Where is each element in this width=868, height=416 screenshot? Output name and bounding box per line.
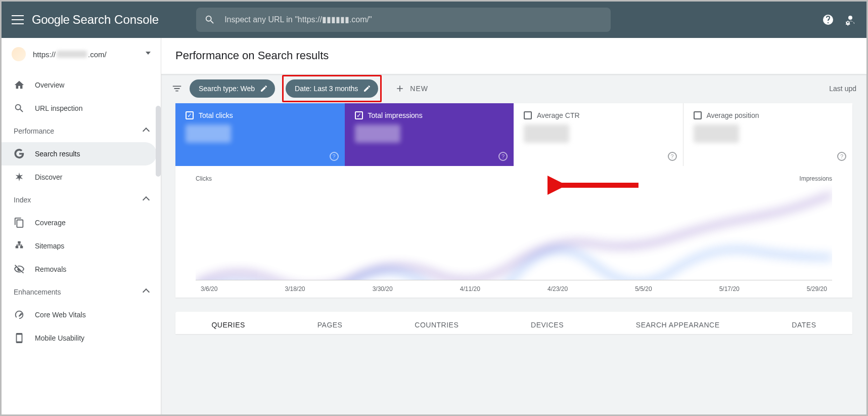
chart-y-right-label: Impressions	[799, 175, 832, 182]
chip-date-range[interactable]: Date: Last 3 months	[286, 79, 378, 98]
metric-average-ctr[interactable]: Average CTR ?	[514, 103, 683, 166]
logo-search-console: Search Console	[72, 13, 159, 27]
add-filter-button[interactable]: NEW	[395, 84, 428, 94]
speed-icon	[14, 309, 25, 320]
logo-google: Google	[32, 13, 69, 27]
main-content: Performance on Search results Search typ…	[161, 38, 866, 414]
sidebar-item-sitemaps[interactable]: Sitemaps	[2, 234, 157, 258]
metric-total-impressions[interactable]: Total impressions ?	[345, 103, 514, 166]
x-tick: 5/17/20	[719, 285, 740, 293]
sidebar-group-label: Enhancements	[14, 288, 61, 296]
property-selector[interactable]: https://.com/	[2, 38, 161, 70]
metric-value-redacted	[186, 124, 231, 143]
chip-label: Search type: Web	[199, 85, 255, 93]
chevron-up-icon	[143, 288, 150, 296]
metric-label: Average position	[707, 111, 759, 119]
tab-dates[interactable]: DATES	[787, 321, 821, 334]
chip-search-type[interactable]: Search type: Web	[190, 79, 275, 98]
smartphone-icon	[14, 332, 25, 344]
sidebar-group-index[interactable]: Index	[2, 189, 161, 211]
sidebar-item-label: Search results	[35, 150, 80, 158]
checkbox-unchecked-icon	[524, 111, 532, 119]
metric-label: Average CTR	[537, 111, 580, 119]
x-tick: 3/30/20	[373, 285, 393, 293]
sidebar-item-label: Discover	[35, 173, 62, 181]
sidebar-item-removals[interactable]: Removals	[2, 258, 157, 281]
chart-lines-blurred	[196, 184, 832, 280]
performance-card: Total clicks ? Total impressions ? Avera…	[175, 103, 852, 298]
x-tick: 5/5/20	[635, 285, 652, 293]
metric-label: Total clicks	[199, 111, 233, 119]
x-tick: 3/18/20	[285, 285, 305, 293]
sidebar-item-label: Coverage	[35, 219, 66, 227]
tab-countries[interactable]: COUNTRIES	[409, 321, 464, 334]
tab-queries[interactable]: QUERIES	[206, 321, 250, 334]
sidebar-group-enhancements[interactable]: Enhancements	[2, 281, 161, 303]
visibility-off-icon	[14, 264, 25, 275]
sidebar-item-search-results[interactable]: Search results	[2, 142, 157, 165]
metric-total-clicks[interactable]: Total clicks ?	[175, 103, 345, 166]
sidebar-group-label: Performance	[14, 127, 54, 135]
asterisk-icon	[14, 172, 25, 183]
chevron-up-icon	[143, 128, 150, 135]
property-url: https://.com/	[33, 50, 146, 59]
chevron-down-icon	[146, 52, 151, 57]
menu-icon[interactable]	[12, 14, 24, 26]
sidebar-item-label: Overview	[35, 81, 64, 89]
help-icon[interactable]	[822, 14, 834, 26]
home-icon	[14, 79, 25, 91]
tab-pages[interactable]: PAGES	[312, 321, 348, 334]
sidebar-item-label: Removals	[35, 265, 66, 273]
help-icon[interactable]: ?	[330, 152, 339, 161]
scrollbar[interactable]	[156, 106, 161, 177]
search-icon	[14, 103, 25, 114]
help-icon[interactable]: ?	[837, 152, 846, 161]
metric-value-redacted	[694, 124, 739, 143]
sidebar-group-performance[interactable]: Performance	[2, 120, 161, 142]
performance-chart[interactable]: 0 0	[196, 184, 832, 280]
sitemap-icon	[14, 240, 25, 252]
chart-x-axis: 3/6/203/18/203/30/204/11/204/23/205/5/20…	[196, 280, 832, 293]
product-logo: Google Search Console	[32, 13, 159, 27]
x-tick: 4/23/20	[547, 285, 568, 293]
filter-icon[interactable]	[171, 83, 182, 94]
filter-bar: Search type: Web Date: Last 3 months NEW…	[161, 74, 866, 103]
sidebar-item-overview[interactable]: Overview	[2, 73, 157, 97]
sidebar-item-label: URL inspection	[35, 104, 82, 112]
checkbox-checked-icon	[186, 111, 194, 119]
copy-icon	[14, 217, 25, 228]
metric-value-redacted	[524, 124, 569, 143]
help-icon[interactable]: ?	[668, 152, 677, 161]
chip-label: Date: Last 3 months	[295, 85, 358, 93]
x-tick: 4/11/20	[460, 285, 480, 293]
property-favicon	[12, 47, 26, 61]
dimension-tabs: QUERIESPAGESCOUNTRIESDEVICESSEARCH APPEA…	[175, 312, 852, 334]
search-input[interactable]	[224, 15, 603, 24]
x-tick: 3/6/20	[201, 285, 217, 293]
tab-devices[interactable]: DEVICES	[526, 321, 569, 334]
metric-average-position[interactable]: Average position ?	[683, 103, 853, 166]
google-g-icon	[14, 148, 25, 159]
sidebar-item-mobile-usability[interactable]: Mobile Usability	[2, 326, 157, 350]
checkbox-unchecked-icon	[694, 111, 702, 119]
sidebar-item-label: Core Web Vitals	[35, 311, 86, 319]
help-icon[interactable]: ?	[498, 152, 508, 161]
tab-search-appearance[interactable]: SEARCH APPEARANCE	[631, 321, 725, 334]
sidebar-item-core-web-vitals[interactable]: Core Web Vitals	[2, 303, 157, 326]
sidebar-item-coverage[interactable]: Coverage	[2, 211, 157, 234]
edit-icon	[363, 85, 371, 93]
sidebar-item-url-inspection[interactable]: URL inspection	[2, 97, 157, 120]
chevron-up-icon	[143, 196, 150, 203]
search-icon	[204, 14, 215, 25]
last-updated-text: Last upd	[829, 85, 856, 93]
app-header: Google Search Console	[2, 2, 866, 38]
add-filter-label: NEW	[410, 85, 428, 93]
sidebar-item-discover[interactable]: Discover	[2, 165, 157, 189]
edit-icon	[260, 85, 268, 93]
metric-value-redacted	[355, 124, 400, 143]
url-inspect-search[interactable]	[196, 8, 611, 32]
dimension-tabs-card: QUERIESPAGESCOUNTRIESDEVICESSEARCH APPEA…	[175, 312, 852, 334]
checkbox-checked-icon	[355, 111, 363, 119]
user-settings-icon[interactable]	[844, 14, 856, 26]
sidebar-item-label: Mobile Usability	[35, 334, 84, 342]
